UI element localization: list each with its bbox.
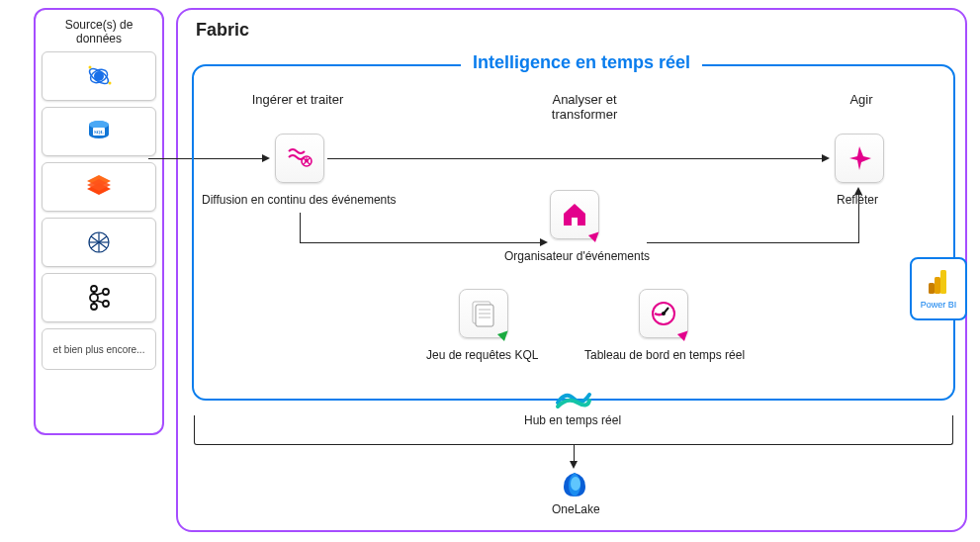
fabric-title: Fabric (196, 20, 249, 41)
svg-point-40 (571, 477, 580, 491)
svg-line-13 (99, 242, 107, 248)
powerbi-label: Power BI (921, 300, 957, 310)
svg-point-20 (91, 304, 97, 310)
svg-line-15 (91, 242, 99, 248)
reflect-label: Refléter (837, 193, 878, 207)
kql-queryset-label: Jeu de requêtes KQL (426, 348, 538, 362)
eventhouse-label: Organisateur d'événements (504, 249, 650, 263)
svg-point-6 (89, 121, 109, 129)
svg-point-2 (94, 71, 104, 81)
eventstream-icon (285, 143, 314, 173)
svg-rect-37 (940, 270, 946, 294)
source-more: et bien plus encore... (42, 328, 156, 370)
arrowhead-hub-onelake (570, 461, 578, 469)
arrow-es-eh-h (300, 242, 540, 243)
onelake-label: OneLake (552, 502, 600, 516)
databricks-icon (82, 172, 116, 202)
col-ingest: Ingérer et traiter (223, 92, 372, 107)
kql-queryset-icon (469, 299, 498, 328)
eventhouse-node (550, 190, 599, 239)
dashboard-link-icon (677, 327, 691, 341)
arrow-es-eh-v (300, 213, 301, 242)
sources-panel: Source(s) de données SQL (34, 8, 164, 435)
rti-panel: Intelligence en temps réel Ingérer et tr… (192, 64, 955, 401)
dashboard-icon (649, 299, 678, 328)
svg-point-22 (103, 301, 109, 307)
fabric-panel: Fabric Intelligence en temps réel Ingére… (176, 8, 967, 532)
source-kafka (42, 273, 156, 322)
arrowhead-es-eh (540, 238, 548, 246)
realtime-dashboard-label: Tableau de bord en temps réel (584, 348, 745, 362)
arrow-eh-rf-h (647, 242, 858, 243)
powerbi-node: Power BI (910, 257, 967, 320)
source-sql: SQL (42, 107, 156, 156)
eventstream-label: Diffusion en continu des événements (202, 193, 397, 207)
svg-rect-28 (572, 218, 578, 226)
svg-line-25 (97, 293, 103, 295)
svg-point-3 (89, 66, 92, 69)
confluent-icon (82, 227, 116, 257)
arrow-es-reflect (327, 158, 822, 159)
svg-line-26 (97, 301, 103, 303)
cosmos-icon (82, 61, 116, 91)
rti-title: Intelligence en temps réel (461, 52, 702, 73)
source-databricks (42, 162, 156, 212)
arrowhead-es-reflect (822, 154, 830, 162)
source-cosmos (42, 51, 156, 101)
svg-text:SQL: SQL (94, 130, 105, 135)
svg-point-21 (103, 289, 109, 295)
reflect-icon (846, 144, 873, 172)
svg-line-17 (91, 236, 99, 242)
powerbi-icon (926, 268, 951, 296)
svg-point-19 (90, 294, 98, 302)
sql-icon: SQL (82, 117, 116, 146)
svg-point-4 (109, 82, 112, 85)
hub-icon (554, 381, 593, 412)
source-confluent (42, 218, 156, 267)
hub-bracket (194, 415, 953, 445)
kafka-icon (84, 283, 114, 313)
reflect-node (835, 134, 884, 183)
sources-title: Source(s) de données (42, 18, 156, 45)
eventhouse-icon (560, 200, 589, 229)
kql-link-icon (497, 327, 511, 341)
svg-rect-39 (929, 283, 935, 294)
onelake-icon (558, 470, 591, 499)
col-act: Agir (787, 92, 935, 107)
realtime-dashboard-node (639, 289, 688, 338)
svg-line-11 (99, 236, 107, 242)
col-analyze: Analyser et transformer (510, 92, 659, 122)
eventstream-node (275, 134, 324, 183)
svg-point-18 (91, 286, 97, 292)
svg-rect-30 (476, 305, 493, 326)
kql-queryset-node (459, 289, 508, 338)
svg-rect-38 (935, 277, 940, 294)
eventhouse-link-icon (588, 228, 602, 242)
svg-point-36 (662, 312, 666, 316)
